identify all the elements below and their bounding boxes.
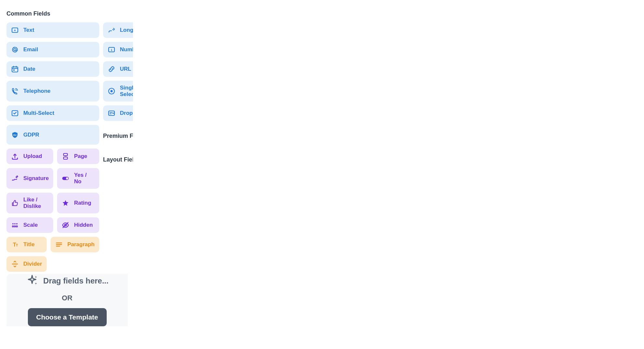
field-yesno[interactable]: Yes / No [57,168,99,189]
field-label: Title [23,241,35,248]
number-icon [108,46,115,54]
field-text[interactable]: Text [6,22,99,38]
field-long-text[interactable]: Long Text [103,22,133,38]
field-hidden[interactable]: Hidden [57,217,99,233]
field-label: Email [23,46,38,53]
field-multi-select[interactable]: Multi-Select [6,105,99,121]
field-label: Date [23,66,35,72]
multi-select-icon [11,109,19,117]
page-icon [62,152,69,160]
field-gdpr[interactable]: GDPR [6,125,99,145]
field-label: Text [23,27,34,33]
field-page[interactable]: Page [57,149,99,164]
common-fields-grid: Text Long Text Email Number Date URL Tel… [6,22,128,272]
star-icon [62,199,69,207]
hidden-icon [62,221,69,229]
drag-hint-text: Drag fields here... [43,276,108,285]
text-icon [11,26,19,34]
section-title-premium: Premium Fields [103,133,133,139]
title-icon [11,241,19,248]
field-label: Number [120,46,133,53]
field-single-select[interactable]: Single-Select [103,81,133,102]
field-label: Long Text [120,27,133,33]
field-label: Yes / No [74,172,94,185]
field-label: Paragraph [67,241,95,248]
field-label: Signature [23,175,49,182]
sparkle-icon [26,274,39,288]
field-dropdown[interactable]: Dropdown [103,105,133,121]
field-label: Multi-Select [23,110,54,116]
field-label: Dropdown [120,110,133,116]
paragraph-icon [55,241,63,248]
field-title[interactable]: Title [6,237,47,252]
field-like[interactable]: Like / Dislike [6,193,53,213]
like-icon [11,199,19,207]
field-label: Scale [23,222,38,228]
section-title-layout: Layout Fields [103,156,133,228]
choose-template-button[interactable]: Choose a Template [28,308,107,326]
date-icon [11,65,19,73]
field-label: Telephone [23,88,51,94]
field-rating[interactable]: Rating [57,193,99,213]
gdpr-icon [11,131,19,139]
field-scale[interactable]: Scale [6,217,53,233]
telephone-icon [11,87,19,95]
field-upload[interactable]: Upload [6,149,53,164]
field-label: Rating [74,200,91,206]
form-canvas[interactable]: Drag fields here... OR Choose a Template [6,274,128,326]
field-label: Upload [23,153,42,160]
field-label: URL [120,66,131,72]
field-label: Single-Select [120,85,133,98]
sidebar: Common Fields Text Long Text Email Numbe… [0,0,133,349]
premium-fields-grid: Upload Page Signature Yes / No Like / Di… [6,149,99,233]
scale-icon [11,221,19,229]
field-number[interactable]: Number [103,42,133,57]
or-label: OR [62,294,73,302]
field-label: GDPR [23,132,39,138]
url-icon [108,65,115,73]
field-divider[interactable]: Divider [6,256,47,272]
upload-icon [11,152,19,160]
field-url[interactable]: URL [103,61,133,77]
drop-zone: Drag fields here... OR Choose a Template [26,274,108,326]
field-label: Page [74,153,87,160]
field-date[interactable]: Date [6,61,99,77]
toggle-icon [62,174,69,182]
signature-icon [11,174,19,182]
field-signature[interactable]: Signature [6,168,53,189]
field-label: Hidden [74,222,93,228]
field-telephone[interactable]: Telephone [6,81,99,102]
drag-hint-row: Drag fields here... [26,274,108,288]
dropdown-icon [108,109,115,117]
field-email[interactable]: Email [6,42,99,57]
field-label: Like / Dislike [23,197,49,210]
long-text-icon [108,26,115,34]
field-paragraph[interactable]: Paragraph [51,237,99,252]
layout-fields-grid: Title Paragraph Divider [6,237,99,272]
email-icon [11,46,19,54]
divider-icon [11,260,19,268]
field-label: Divider [23,261,42,267]
single-select-icon [108,87,115,95]
section-title-common: Common Fields [6,10,128,17]
